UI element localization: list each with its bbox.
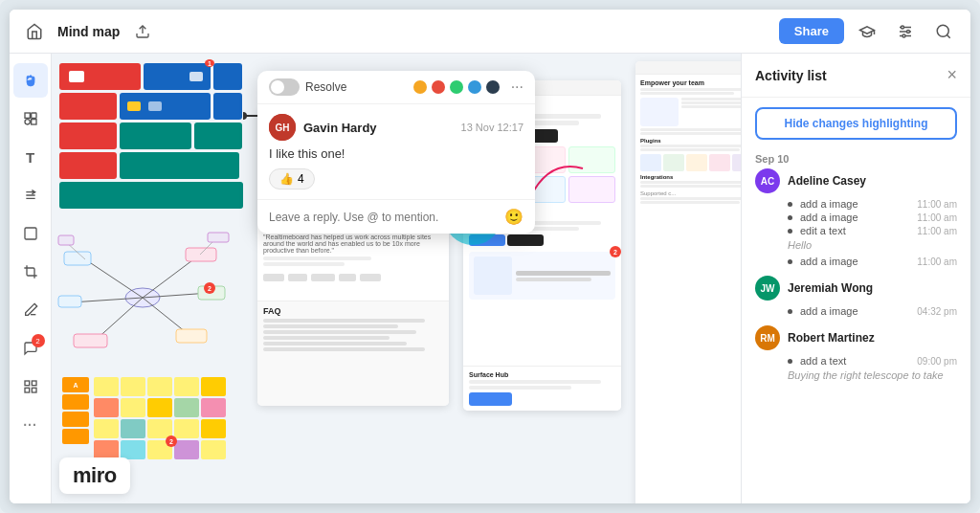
jeremiah-avatar: JW	[755, 276, 780, 301]
activity-action: add a image	[800, 305, 858, 317]
activity-dot	[788, 259, 792, 264]
shape-tool[interactable]	[13, 216, 48, 251]
color-blue[interactable]	[468, 80, 481, 94]
svg-rect-12	[31, 120, 35, 124]
activity-dot	[788, 215, 792, 220]
comment-user-avatar: GH	[269, 114, 296, 141]
comment-user-name: Gavin Hardy	[303, 121, 377, 135]
svg-rect-19	[32, 381, 36, 386]
hide-changes-button[interactable]: Hide changes highlighting	[755, 107, 957, 140]
board-title[interactable]: Mind map	[57, 24, 120, 39]
select-tool[interactable]	[13, 101, 48, 136]
activity-panel-header: Activity list ×	[742, 54, 970, 98]
svg-rect-16	[25, 228, 36, 239]
color-yellow[interactable]	[413, 80, 427, 94]
activity-time: 11:00 am	[917, 199, 957, 210]
comment-reply-area: 🙂	[257, 199, 535, 234]
activity-panel: Activity list × Hide changes highlightin…	[741, 54, 970, 503]
comment-timestamp: 13 Nov 12:17	[461, 122, 523, 133]
activity-date-label: Sep 10	[742, 149, 970, 168]
activity-user-row: RM Robert Martinez	[755, 325, 957, 350]
grid-tool[interactable]	[13, 369, 48, 404]
activity-user-jeremiah: JW Jeremiah Wong add a image 04:32 pm	[755, 276, 957, 318]
svg-rect-38	[208, 233, 229, 242]
emoji-button[interactable]: 🙂	[504, 208, 523, 226]
activity-preview: Hello	[755, 237, 957, 255]
top-bar-right: Share	[779, 16, 959, 47]
mindmap-diagram: 2	[56, 231, 248, 369]
activity-preview: Buying the right telescope to take	[755, 368, 957, 385]
activity-time: 11:00 am	[917, 212, 957, 223]
activity-action: add a image	[800, 256, 858, 267]
comment-popup: Resolve ···	[257, 71, 535, 234]
text-tool[interactable]: T	[13, 140, 48, 174]
robert-name: Robert Martinez	[788, 331, 875, 345]
adeline-avatar: AC	[755, 168, 780, 193]
svg-point-6	[902, 34, 905, 37]
svg-text:GH: GH	[276, 123, 290, 133]
color-dots	[413, 80, 500, 94]
activity-panel-title: Activity list	[755, 68, 947, 83]
hand-tool[interactable]	[13, 63, 48, 98]
settings-icon[interactable]	[890, 16, 921, 47]
activity-dot	[788, 229, 792, 234]
comment-tool[interactable]: 2	[13, 331, 48, 366]
share-button[interactable]: Share	[779, 18, 844, 44]
svg-line-8	[947, 34, 949, 37]
comment-badge: 2	[32, 334, 45, 347]
svg-rect-32	[176, 329, 207, 343]
svg-point-7	[937, 25, 948, 36]
svg-point-45	[243, 112, 247, 120]
more-tools[interactable]: ···	[13, 408, 48, 442]
crop-tool[interactable]	[13, 255, 48, 289]
svg-rect-18	[25, 381, 30, 386]
like-count: 4	[298, 172, 304, 186]
svg-rect-9	[25, 113, 30, 118]
svg-rect-11	[25, 120, 30, 124]
like-emoji: 👍	[279, 172, 294, 186]
color-dark[interactable]	[486, 80, 500, 94]
left-toolbar: T	[10, 54, 52, 503]
miro-logo-text: miro	[73, 463, 117, 487]
color-green[interactable]	[450, 80, 463, 94]
cap-icon[interactable]	[852, 16, 882, 47]
svg-point-5	[907, 30, 910, 33]
canvas-area[interactable]: 1	[52, 54, 970, 503]
svg-rect-29	[64, 252, 91, 265]
svg-point-4	[902, 26, 904, 29]
color-red[interactable]	[432, 80, 445, 94]
activity-dot	[788, 309, 792, 314]
inner-frame: Mind map Share	[10, 10, 970, 503]
outer-frame: Mind map Share	[0, 0, 980, 513]
adeline-name: Adeline Casey	[788, 174, 866, 188]
activity-user-robert: RM Robert Martinez add a text 09:00 pm B…	[755, 325, 957, 385]
activity-panel-close[interactable]: ×	[947, 65, 957, 85]
svg-rect-30	[186, 248, 216, 261]
more-options-button[interactable]: ···	[511, 78, 523, 96]
activity-time: 11:00 am	[917, 226, 957, 236]
activity-action: add a image	[800, 212, 858, 223]
adeline-activity-3: edit a text 11:00 am	[755, 224, 957, 237]
activity-user-adeline: AC Adeline Casey add a image 11:00 am ad…	[755, 168, 957, 268]
robert-avatar: RM	[755, 325, 780, 350]
adeline-activity-4: add a image 11:00 am	[755, 255, 957, 268]
resolve-toggle[interactable]: Resolve	[269, 78, 346, 96]
svg-rect-37	[58, 235, 74, 245]
like-button[interactable]: 👍 4	[269, 168, 315, 190]
comment-body: GH Gavin Hardy 13 Nov 12:17 I like this …	[257, 104, 535, 199]
toggle-thumb	[271, 80, 284, 94]
jeremiah-name: Jeremiah Wong	[788, 281, 873, 295]
export-button[interactable]	[129, 18, 156, 45]
home-button[interactable]	[21, 18, 48, 45]
search-icon[interactable]	[928, 16, 959, 47]
activity-user-row: JW Jeremiah Wong	[755, 276, 957, 301]
activity-time: 09:00 pm	[917, 356, 957, 367]
mindmap-blocks: 1	[59, 63, 243, 209]
pen-tool[interactable]	[13, 293, 48, 327]
connect-tool[interactable]	[13, 178, 48, 212]
svg-line-23	[85, 259, 143, 298]
reply-input[interactable]	[269, 211, 497, 224]
svg-text:2: 2	[208, 285, 212, 292]
activity-action: add a text	[800, 355, 846, 367]
top-bar: Mind map Share	[10, 10, 970, 54]
